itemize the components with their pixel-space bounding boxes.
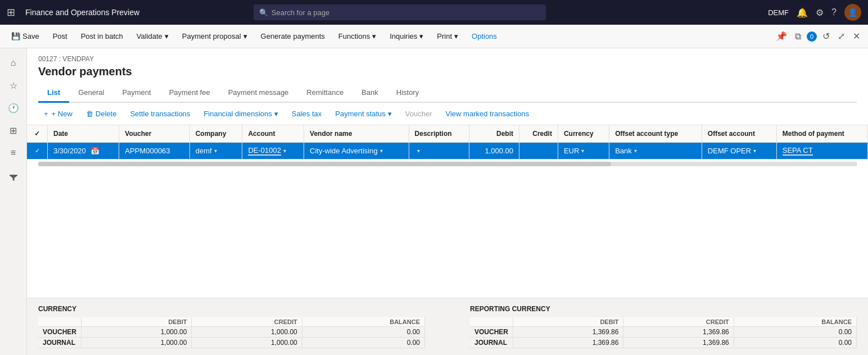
cell-currency: EUR ▾ [558,143,609,160]
sales-tax-button[interactable]: Sales tax [286,107,327,120]
account-dropdown-icon[interactable]: ▾ [283,148,286,154]
currency-summary: CURRENCY DEBIT CREDIT BALANCE [38,305,425,348]
cell-credit [519,143,558,160]
action-bar: + + New 🗑 Delete Settle transactions Fin… [27,103,868,125]
tab-payment-message[interactable]: Payment message [219,84,298,103]
save-icon: 💾 [11,32,20,40]
reporting-credit-header: CREDIT [623,317,734,327]
financial-dimensions-chevron-icon: ▾ [274,110,278,118]
summary-journal-label: JOURNAL [38,338,82,348]
summary-row-voucher: VOUCHER 1,000.00 1,000.00 0.00 [38,327,425,338]
filter-icon[interactable] [3,167,24,188]
tab-general[interactable]: General [69,84,113,103]
tab-payment[interactable]: Payment [113,84,160,103]
pin-icon[interactable]: 📌 [774,29,789,44]
payment-status-chevron-icon: ▾ [388,110,392,118]
row-checkbox[interactable]: ✓ [27,143,48,160]
payment-proposal-button[interactable]: Payment proposal ▾ [177,29,253,43]
col-account: Account [242,125,304,143]
settle-transactions-button[interactable]: Settle transactions [124,107,196,120]
waffle-menu-icon[interactable]: ⊞ [7,6,15,19]
cell-voucher: APPM000063 [119,143,189,160]
company-dropdown-icon[interactable]: ▾ [214,148,217,154]
summary-row-journal: JOURNAL 1,000.00 1,000.00 0.00 [38,338,425,348]
functions-button[interactable]: Functions ▾ [333,29,382,43]
summary-voucher-balance: 0.00 [302,327,424,338]
sidebar-home-icon[interactable]: ⌂ [3,53,24,73]
offset-type-dropdown-icon[interactable]: ▾ [634,148,637,154]
search-input[interactable] [272,8,540,17]
vendor-name-dropdown-icon[interactable]: ▾ [380,148,383,154]
close-icon[interactable]: ✕ [851,29,862,44]
col-voucher: Voucher [119,125,189,143]
tab-list[interactable]: List [38,84,69,103]
financial-dimensions-button[interactable]: Financial dimensions ▾ [198,107,283,120]
summary-label-header [38,317,82,327]
summary-balance-header: BALANCE [302,317,424,327]
post-button[interactable]: Post [47,29,73,43]
reporting-journal-balance: 0.00 [734,338,856,348]
summary-journal-debit: 1,000.00 [82,338,192,348]
expand-icon[interactable]: ⧉ [793,29,803,44]
col-description: Description [409,125,469,143]
cell-offset-account-type: Bank ▾ [609,143,702,160]
description-dropdown-icon[interactable]: ▾ [417,148,420,154]
tab-remittance[interactable]: Remittance [297,84,352,103]
currency-dropdown-icon[interactable]: ▾ [581,148,584,154]
tab-history[interactable]: History [387,84,428,103]
tabs-container: List General Payment Payment fee Payment… [38,84,857,103]
sidebar-workspaces-icon[interactable]: ≡ [3,143,24,163]
select-all-header[interactable]: ✓ [27,125,48,143]
sidebar-favorites-icon[interactable]: ☆ [3,75,24,95]
print-button[interactable]: Print ▾ [431,29,464,43]
reporting-voucher-label: VOUCHER [470,327,513,338]
voucher-button[interactable]: Voucher [400,107,438,120]
inquiries-chevron-icon: ▾ [419,32,423,40]
delete-button[interactable]: 🗑 Delete [80,107,123,120]
search-bar[interactable]: 🔍 [254,4,546,20]
avatar[interactable]: 👤 [844,4,861,21]
reporting-debit-header: DEBIT [513,317,623,327]
content-area: 00127 : VENDPAY Vendor payments List Gen… [27,48,868,355]
col-vendor-name: Vendor name [304,125,409,143]
breadcrumb: 00127 : VENDPAY [38,55,857,63]
badge-icon[interactable]: 0 [807,31,817,42]
table-container: ✓ Date Voucher Company Account Vendor na… [27,125,868,298]
new-window-icon[interactable]: ⤢ [835,29,847,44]
horizontal-scrollbar[interactable] [38,162,857,166]
post-in-batch-button[interactable]: Post in batch [75,29,129,43]
col-currency: Currency [558,125,609,143]
offset-account-dropdown-icon[interactable]: ▾ [753,148,756,154]
cell-company: demf ▾ [189,143,242,160]
options-button[interactable]: Options [466,29,503,43]
generate-payments-button[interactable]: Generate payments [255,29,331,43]
sidebar-recent-icon[interactable]: 🕐 [3,98,24,118]
notification-icon[interactable]: 🔔 [797,7,808,18]
payment-status-button[interactable]: Payment status ▾ [329,107,397,120]
save-button[interactable]: 💾 Save [6,29,45,43]
summary-voucher-debit: 1,000.00 [82,327,192,338]
header-check-icon: ✓ [34,130,40,138]
help-icon[interactable]: ? [831,7,837,17]
summary-debit-header: DEBIT [82,317,192,327]
col-company: Company [189,125,242,143]
checkbox-checked-icon: ✓ [33,147,42,156]
functions-chevron-icon: ▾ [372,32,376,40]
refresh-icon[interactable]: ↺ [820,29,832,44]
tab-payment-fee[interactable]: Payment fee [160,84,219,103]
page-header: 00127 : VENDPAY Vendor payments [27,48,868,84]
cell-method-of-payment: SEPA CT [776,143,867,160]
date-calendar-icon[interactable]: 📅 [91,147,100,155]
validate-button[interactable]: Validate ▾ [131,29,174,43]
inquiries-button[interactable]: Inquiries ▾ [384,29,429,43]
reporting-voucher-balance: 0.00 [734,327,856,338]
col-credit: Credit [519,125,558,143]
page-title: Vendor payments [38,65,857,78]
view-marked-transactions-button[interactable]: View marked transactions [440,107,535,120]
table-row[interactable]: ✓ 3/30/2020 📅 APPM000063 demf [27,143,868,160]
main-toolbar: 💾 Save Post Post in batch Validate ▾ Pay… [0,25,868,48]
settings-icon[interactable]: ⚙ [816,7,824,18]
new-button[interactable]: + + New [38,107,78,120]
sidebar-modules-icon[interactable]: ⊞ [3,120,24,140]
tab-bank[interactable]: Bank [352,84,387,103]
